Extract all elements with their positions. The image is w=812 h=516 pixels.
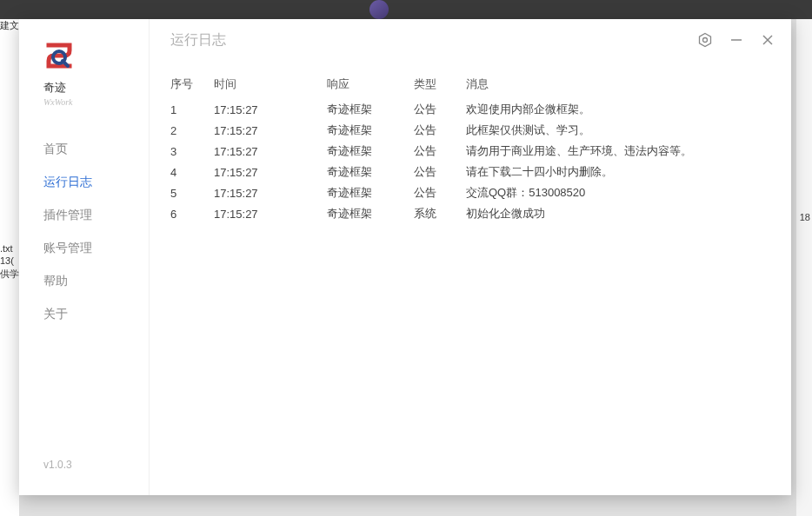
sidebar: 奇迹 WxWork 首页 运行日志 插件管理 账号管理 帮助 关于 v1.0.3 (19, 19, 150, 495)
col-seq-header: 序号 (170, 73, 214, 99)
window-controls (697, 32, 775, 48)
bg-text: .txt (0, 243, 13, 254)
cell-message: 初始化企微成功 (466, 203, 770, 224)
cell-message: 请在下载二十四小时内删除。 (466, 162, 770, 182)
log-content: 序号 时间 响应 类型 消息 117:15:27奇迹框架公告欢迎使用内部企微框架… (150, 61, 791, 495)
sidebar-item-about[interactable]: 关于 (19, 298, 149, 331)
cell-response: 奇迹框架 (327, 203, 414, 224)
table-row[interactable]: 417:15:27奇迹框架公告请在下载二十四小时内删除。 (170, 162, 770, 182)
col-message-header: 消息 (466, 73, 770, 99)
cell-type: 公告 (414, 120, 466, 141)
col-type-header: 类型 (414, 73, 466, 99)
bg-text: 供学 (0, 268, 19, 281)
minimize-icon[interactable] (729, 32, 744, 48)
cell-message: 欢迎使用内部企微框架。 (466, 99, 770, 120)
brand-sub: WxWork (43, 97, 149, 107)
cell-time: 17:15:27 (214, 99, 327, 120)
bg-text: 建文 (0, 19, 19, 32)
cell-seq: 4 (170, 162, 214, 182)
cell-response: 奇迹框架 (327, 120, 414, 141)
table-row[interactable]: 317:15:27奇迹框架公告请勿用于商业用途、生产环境、违法内容等。 (170, 141, 770, 162)
settings-icon[interactable] (697, 32, 713, 48)
cell-type: 公告 (414, 99, 466, 120)
cell-time: 17:15:27 (214, 203, 327, 224)
svg-marker-1 (700, 34, 711, 47)
cell-time: 17:15:27 (214, 182, 327, 203)
app-logo-icon (43, 40, 75, 71)
page-title: 运行日志 (170, 31, 697, 50)
sidebar-item-home[interactable]: 首页 (19, 133, 149, 166)
cell-response: 奇迹框架 (327, 162, 414, 182)
table-row[interactable]: 217:15:27奇迹框架公告此框架仅供测试、学习。 (170, 120, 770, 141)
cell-time: 17:15:27 (214, 141, 327, 162)
table-row[interactable]: 517:15:27奇迹框架公告交流QQ群：513008520 (170, 182, 770, 203)
col-response-header: 响应 (327, 73, 414, 99)
main-panel: 运行日志 序号 时间 响应 (150, 19, 791, 495)
titlebar: 运行日志 (150, 19, 791, 61)
cell-response: 奇迹框架 (327, 182, 414, 203)
sidebar-item-accounts[interactable]: 账号管理 (19, 232, 149, 265)
cell-response: 奇迹框架 (327, 99, 414, 120)
cell-response: 奇迹框架 (327, 141, 414, 162)
cell-seq: 5 (170, 182, 214, 203)
cell-type: 公告 (414, 182, 466, 203)
table-row[interactable]: 117:15:27奇迹框架公告欢迎使用内部企微框架。 (170, 99, 770, 120)
brand-name: 奇迹 (43, 80, 149, 96)
app-window: 奇迹 WxWork 首页 运行日志 插件管理 账号管理 帮助 关于 v1.0.3… (19, 19, 791, 495)
cell-seq: 3 (170, 141, 214, 162)
version-label: v1.0.3 (19, 441, 149, 495)
cell-message: 请勿用于商业用途、生产环境、违法内容等。 (466, 141, 770, 162)
sidebar-item-help[interactable]: 帮助 (19, 265, 149, 298)
sidebar-item-logs[interactable]: 运行日志 (19, 166, 149, 199)
cell-type: 公告 (414, 162, 466, 182)
table-row[interactable]: 617:15:27奇迹框架系统初始化企微成功 (170, 203, 770, 224)
cell-type: 系统 (414, 203, 466, 224)
table-header-row: 序号 时间 响应 类型 消息 (170, 73, 770, 99)
cell-seq: 6 (170, 203, 214, 224)
cell-time: 17:15:27 (214, 120, 327, 141)
bg-text: 13( (0, 255, 14, 266)
bg-text: 18 (800, 212, 810, 222)
log-table: 序号 时间 响应 类型 消息 117:15:27奇迹框架公告欢迎使用内部企微框架… (170, 73, 770, 224)
cell-type: 公告 (414, 141, 466, 162)
cell-time: 17:15:27 (214, 162, 327, 182)
cell-seq: 2 (170, 120, 214, 141)
close-icon[interactable] (760, 32, 775, 48)
svg-point-2 (703, 38, 708, 43)
sidebar-item-plugins[interactable]: 插件管理 (19, 199, 149, 232)
cell-seq: 1 (170, 99, 214, 120)
col-time-header: 时间 (214, 73, 327, 99)
cell-message: 此框架仅供测试、学习。 (466, 120, 770, 141)
cell-message: 交流QQ群：513008520 (466, 182, 770, 203)
